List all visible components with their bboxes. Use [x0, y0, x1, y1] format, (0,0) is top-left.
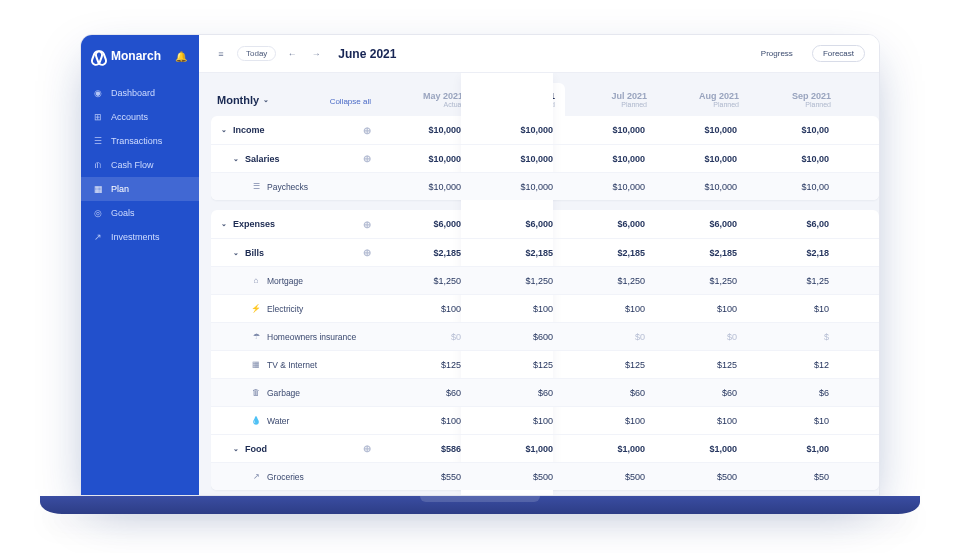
value-cell[interactable]: $6,000 — [473, 219, 565, 229]
value-cell[interactable]: $1,25 — [749, 276, 841, 286]
value-cell[interactable]: $10,000 — [565, 125, 657, 135]
value-cell[interactable]: $1,250 — [565, 276, 657, 286]
group-toggle[interactable]: ⌄ Bills ⊕ — [211, 247, 381, 258]
value-cell[interactable]: $10,000 — [381, 125, 473, 135]
value-cell[interactable]: $550 — [381, 472, 473, 482]
item-label[interactable]: ⚡ Electricity — [211, 304, 381, 314]
item-label[interactable]: ⌂ Mortgage — [211, 276, 381, 286]
value-cell[interactable]: $1,250 — [473, 276, 565, 286]
today-button[interactable]: Today — [237, 46, 276, 61]
value-cell[interactable]: $2,185 — [565, 248, 657, 258]
value-cell[interactable]: $10,00 — [749, 154, 841, 164]
add-icon[interactable]: ⊕ — [363, 125, 371, 136]
add-icon[interactable]: ⊕ — [363, 219, 371, 230]
value-cell[interactable]: $100 — [473, 304, 565, 314]
value-cell[interactable]: $1,250 — [381, 276, 473, 286]
section-toggle[interactable]: ⌄ Expenses ⊕ — [211, 219, 381, 230]
item-label[interactable]: ☂ Homeowners insurance — [211, 332, 381, 342]
add-icon[interactable]: ⊕ — [363, 247, 371, 258]
sidebar-item-plan[interactable]: ▦Plan — [81, 177, 199, 201]
add-icon[interactable]: ⊕ — [363, 153, 371, 164]
value-cell[interactable]: $125 — [381, 360, 473, 370]
value-cell[interactable]: $10 — [749, 304, 841, 314]
value-cell[interactable]: $500 — [473, 472, 565, 482]
value-cell[interactable]: $2,185 — [381, 248, 473, 258]
prev-month-button[interactable]: ← — [284, 46, 300, 62]
value-cell[interactable]: $100 — [565, 416, 657, 426]
value-cell[interactable]: $10,000 — [565, 154, 657, 164]
value-cell[interactable]: $2,18 — [749, 248, 841, 258]
group-toggle[interactable]: ⌄ Salaries ⊕ — [211, 153, 381, 164]
item-label[interactable]: 🗑 Garbage — [211, 388, 381, 398]
value-cell[interactable]: $10,000 — [381, 182, 473, 192]
value-cell[interactable]: $125 — [565, 360, 657, 370]
value-cell[interactable]: $2,185 — [473, 248, 565, 258]
value-cell[interactable]: $10,000 — [473, 125, 565, 135]
value-cell[interactable]: $1,250 — [657, 276, 749, 286]
value-cell[interactable]: $1,000 — [657, 444, 749, 454]
value-cell[interactable]: $100 — [381, 304, 473, 314]
sidebar-item-accounts[interactable]: ⊞Accounts — [81, 105, 199, 129]
value-cell[interactable]: $586 — [381, 444, 473, 454]
value-cell[interactable]: $500 — [565, 472, 657, 482]
value-cell[interactable]: $60 — [381, 388, 473, 398]
value-cell[interactable]: $6 — [749, 388, 841, 398]
value-cell[interactable]: $10 — [749, 416, 841, 426]
tab-progress[interactable]: Progress — [750, 45, 804, 62]
value-cell[interactable]: $10,00 — [749, 125, 841, 135]
item-label[interactable]: 💧 Water — [211, 416, 381, 426]
value-cell[interactable]: $60 — [657, 388, 749, 398]
value-cell[interactable]: $60 — [473, 388, 565, 398]
sidebar-item-transactions[interactable]: ☰Transactions — [81, 129, 199, 153]
value-cell[interactable]: $12 — [749, 360, 841, 370]
value-cell[interactable]: $60 — [565, 388, 657, 398]
view-mode-dropdown[interactable]: Monthly ⌄ — [217, 94, 269, 106]
value-cell[interactable]: $1,00 — [749, 444, 841, 454]
value-cell[interactable]: $10,000 — [473, 182, 565, 192]
value-cell[interactable]: $500 — [657, 472, 749, 482]
value-cell[interactable]: $1,000 — [473, 444, 565, 454]
value-cell[interactable]: $100 — [657, 304, 749, 314]
value-cell[interactable]: $50 — [749, 472, 841, 482]
value-cell[interactable]: $1,000 — [565, 444, 657, 454]
value-cell[interactable]: $ — [749, 332, 841, 342]
sidebar-item-cash-flow[interactable]: ⫙Cash Flow — [81, 153, 199, 177]
value-cell[interactable]: $6,000 — [381, 219, 473, 229]
value-cell[interactable]: $6,00 — [749, 219, 841, 229]
value-cell[interactable]: $10,000 — [657, 154, 749, 164]
tab-forecast[interactable]: Forecast — [812, 45, 865, 62]
value-cell[interactable]: $100 — [657, 416, 749, 426]
value-cell[interactable]: $6,000 — [657, 219, 749, 229]
next-month-button[interactable]: → — [308, 46, 324, 62]
value-cell[interactable]: $100 — [565, 304, 657, 314]
bell-icon[interactable]: 🔔 — [175, 51, 187, 62]
section-toggle[interactable]: ⌄ Income ⊕ — [211, 125, 381, 136]
value-cell[interactable]: $2,185 — [657, 248, 749, 258]
value-cell[interactable]: $600 — [473, 332, 565, 342]
group-toggle[interactable]: ⌄ Food ⊕ — [211, 443, 381, 454]
value-cell[interactable]: $0 — [657, 332, 749, 342]
value-cell[interactable]: $125 — [657, 360, 749, 370]
item-label[interactable]: ☰ Paychecks — [211, 182, 381, 192]
value-cell[interactable]: $0 — [565, 332, 657, 342]
sidebar-item-dashboard[interactable]: ◉Dashboard — [81, 81, 199, 105]
value-cell[interactable]: $6,000 — [565, 219, 657, 229]
item-label[interactable]: ▦ TV & Internet — [211, 360, 381, 370]
collapse-all-button[interactable]: Collapse all — [330, 97, 371, 106]
column-header: Aug 2021Planned — [657, 83, 749, 116]
value-cell[interactable]: $0 — [381, 332, 473, 342]
value-cell[interactable]: $10,000 — [473, 154, 565, 164]
value-cell[interactable]: $10,000 — [657, 182, 749, 192]
item-label[interactable]: ↗ Groceries — [211, 472, 381, 482]
sidebar-item-investments[interactable]: ↗Investments — [81, 225, 199, 249]
sidebar-item-goals[interactable]: ◎Goals — [81, 201, 199, 225]
value-cell[interactable]: $100 — [473, 416, 565, 426]
value-cell[interactable]: $10,00 — [749, 182, 841, 192]
value-cell[interactable]: $100 — [381, 416, 473, 426]
add-icon[interactable]: ⊕ — [363, 443, 371, 454]
value-cell[interactable]: $10,000 — [381, 154, 473, 164]
value-cell[interactable]: $125 — [473, 360, 565, 370]
value-cell[interactable]: $10,000 — [565, 182, 657, 192]
value-cell[interactable]: $10,000 — [657, 125, 749, 135]
menu-icon[interactable]: ≡ — [213, 46, 229, 62]
